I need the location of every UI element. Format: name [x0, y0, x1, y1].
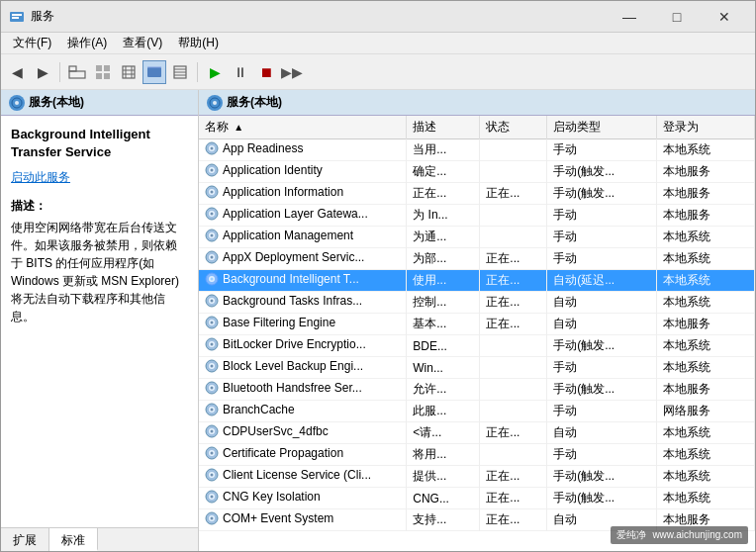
cell-name: CDPUserSvc_4dfbc [199, 422, 407, 444]
title-bar: 服务 — □ ✕ [1, 1, 755, 33]
col-name[interactable]: 名称 ▲ [199, 116, 407, 139]
table-row[interactable]: Application Layer Gatewa... 为 In... 手动 本… [199, 205, 755, 227]
menu-file[interactable]: 文件(F) [5, 33, 59, 53]
col-desc[interactable]: 描述 [407, 116, 480, 139]
table-header-row: 名称 ▲ 描述 状态 启动类型 [199, 116, 755, 139]
cell-startup: 手动 [547, 205, 657, 227]
services-table[interactable]: 名称 ▲ 描述 状态 启动类型 [199, 116, 755, 551]
up-button[interactable] [65, 60, 89, 84]
cell-startup: 手动(触发... [547, 183, 657, 205]
table-row[interactable]: Client License Service (Cli... 提供... 正在.… [199, 466, 755, 488]
cell-logon: 本地服务 [657, 314, 755, 335]
table-row[interactable]: Background Intelligent T... 使用... 正在... … [199, 270, 755, 292]
table-row[interactable]: CDPUserSvc_4dfbc <请... 正在... 自动 本地系统 [199, 422, 755, 444]
table-row[interactable]: BitLocker Drive Encryptio... BDE... 手动(触… [199, 335, 755, 357]
cell-name: COM+ Event System [199, 509, 407, 531]
table-row[interactable]: CNG Key Isolation CNG... 正在... 手动(触发... … [199, 488, 755, 509]
menu-view[interactable]: 查看(V) [115, 33, 170, 53]
cell-desc: BDE... [407, 335, 480, 357]
window-controls: — □ ✕ [607, 3, 747, 31]
toolbar-btn-5[interactable] [168, 60, 192, 84]
toolbar-btn-active[interactable] [142, 60, 166, 84]
cell-desc: 基本... [407, 314, 480, 335]
table-row[interactable]: Block Level Backup Engi... Win... 手动 本地系… [199, 357, 755, 379]
cell-desc: 使用... [407, 270, 480, 292]
stop-button[interactable]: ⏹ [254, 60, 278, 84]
table-row[interactable]: COM+ Event System 支持... 正在... 自动 本地服务 [199, 509, 755, 531]
cell-name: CNG Key Isolation [199, 488, 407, 509]
tab-standard[interactable]: 标准 [49, 528, 98, 551]
tab-expand[interactable]: 扩展 [1, 528, 49, 551]
cell-logon: 本地系统 [657, 357, 755, 379]
desc-text: 使用空闲网络带宽在后台传送文件。如果该服务被禁用，则依赖于 BITS 的任何应用… [11, 219, 188, 325]
scope-header: 服务(本地) [1, 90, 198, 116]
back-button[interactable]: ◀ [5, 60, 29, 84]
cell-status [480, 205, 547, 227]
cell-logon: 本地服务 [657, 205, 755, 227]
menu-help[interactable]: 帮助(H) [170, 33, 227, 53]
table-row[interactable]: Application Identity 确定... 手动(触发... 本地服务 [199, 161, 755, 183]
cell-logon: 本地服务 [657, 509, 755, 531]
cell-status [480, 357, 547, 379]
cell-name: Application Layer Gatewa... [199, 205, 407, 227]
cell-name: Application Identity [199, 161, 407, 183]
svg-point-26 [211, 147, 214, 150]
table-row[interactable]: App Readiness 当用... 手动 本地系统 [199, 139, 755, 161]
cell-logon: 本地系统 [657, 139, 755, 161]
col-status[interactable]: 状态 [480, 116, 547, 139]
main-window: 服务 — □ ✕ 文件(F) 操作(A) 查看(V) 帮助(H) ◀ ▶ [0, 0, 756, 552]
svg-point-23 [213, 101, 217, 105]
cell-logon: 本地系统 [657, 488, 755, 509]
cell-name: App Readiness [199, 139, 407, 161]
svg-point-71 [211, 474, 214, 477]
cell-name: Application Information [199, 183, 407, 205]
menu-action[interactable]: 操作(A) [59, 33, 115, 53]
cell-startup: 自动 [547, 292, 657, 314]
maximize-button[interactable]: □ [654, 3, 700, 31]
svg-point-74 [211, 496, 214, 499]
svg-point-62 [211, 409, 214, 412]
cell-desc: 提供... [407, 466, 480, 488]
svg-point-59 [211, 387, 214, 390]
table-row[interactable]: Application Information 正在... 正在... 手动(触… [199, 183, 755, 205]
cell-startup: 手动 [547, 248, 657, 270]
table-row[interactable]: Application Management 为通... 手动 本地系统 [199, 227, 755, 248]
window-title: 服务 [31, 8, 607, 25]
svg-point-53 [211, 343, 214, 346]
cell-status: 正在... [480, 314, 547, 335]
cell-name: Background Intelligent T... [199, 270, 407, 292]
cell-desc: 为通... [407, 227, 480, 248]
toolbar: ◀ ▶ [1, 54, 755, 90]
start-service-link[interactable]: 启动此服务 [11, 169, 188, 186]
cell-startup: 手动 [547, 401, 657, 422]
forward-button[interactable]: ▶ [31, 60, 54, 84]
cell-status [480, 227, 547, 248]
cell-status [480, 379, 547, 401]
table-row[interactable]: BranchCache 此服... 手动 网络服务 [199, 401, 755, 422]
cell-desc: 控制... [407, 292, 480, 314]
left-panel-tabs: 扩展 标准 [1, 527, 198, 551]
col-startup[interactable]: 启动类型 [547, 116, 657, 139]
cell-name: Block Level Backup Engi... [199, 357, 407, 379]
minimize-button[interactable]: — [607, 3, 652, 31]
cell-status [480, 401, 547, 422]
cell-startup: 手动 [547, 444, 657, 466]
table-row[interactable]: Bluetooth Handsfree Ser... 允许... 手动(触发..… [199, 379, 755, 401]
pause-button[interactable]: ⏸ [229, 60, 252, 84]
col-logon[interactable]: 登录为 [657, 116, 755, 139]
svg-rect-8 [104, 73, 110, 79]
toolbar-btn-2[interactable] [91, 60, 115, 84]
svg-rect-3 [69, 66, 76, 71]
table-row[interactable]: Background Tasks Infras... 控制... 正在... 自… [199, 292, 755, 314]
table-row[interactable]: Base Filtering Engine 基本... 正在... 自动 本地服… [199, 314, 755, 335]
table-row[interactable]: AppX Deployment Servic... 为部... 正在... 手动… [199, 248, 755, 270]
cell-desc: 为部... [407, 248, 480, 270]
restart-button[interactable]: ▶▶ [280, 60, 304, 84]
right-header: 服务(本地) [199, 90, 755, 116]
cell-status: 正在... [480, 270, 547, 292]
table-row[interactable]: Certificate Propagation 将用... 手动 本地系统 [199, 444, 755, 466]
play-button[interactable]: ▶ [203, 60, 227, 84]
close-button[interactable]: ✕ [702, 3, 747, 31]
toolbar-btn-3[interactable] [117, 60, 141, 84]
cell-desc: 正在... [407, 183, 480, 205]
